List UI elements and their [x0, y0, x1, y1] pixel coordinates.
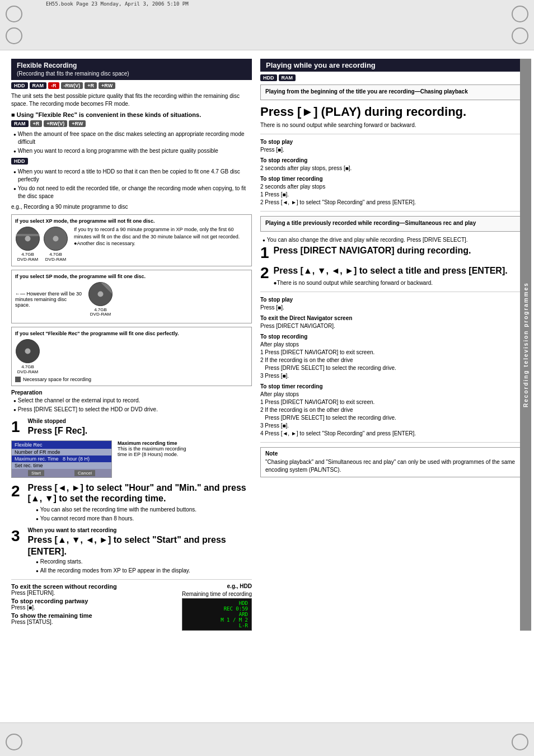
step3-bullet2: All the recording modes from XP to EP ap… [34, 567, 252, 575]
badge-ram-2: RAM [11, 120, 29, 127]
stop-timer-label-2: To stop timer recording [260, 383, 523, 389]
ns-box-icon [15, 377, 21, 382]
bottom-section: To exit the screen without recording Pre… [11, 579, 252, 631]
svg-point-8 [25, 349, 31, 354]
stop-rec-after: After play stops [260, 341, 523, 349]
right-step2-bullet: ●There is no sound output while searchin… [274, 279, 523, 287]
badge-plus-r-2: +R [30, 120, 43, 127]
preparation-section: Preparation Select the channel or the ex… [11, 389, 252, 414]
max-rec-note: Maximum recording time This is the maxim… [118, 440, 190, 457]
disc-2-label: 4.7GBDVD-RAM [43, 252, 68, 262]
svg-point-1 [25, 236, 31, 242]
using-heading-text: ■ Using "Flexible Rec" is convenient in … [11, 111, 201, 118]
stop-timer-label-1: To stop timer recording [260, 176, 523, 182]
frs-footer: Start Cancel [12, 469, 111, 477]
diagram-sp-title: If you select SP mode, the programme wil… [15, 274, 248, 279]
stop-timer-text3: 2 Press [◄, ►] to select "Stop Recording… [260, 199, 523, 206]
simultaneous-box: Playing a title previously recorded whil… [260, 216, 523, 232]
diagram-sp-content: ←— However there will be 30 minutes rema… [15, 281, 248, 318]
right-step2: 2 Press [▲, ▼, ◄, ►] to select a title a… [260, 265, 523, 287]
step3-label: When you want to start recording [28, 527, 252, 533]
diagram-flex: If you select "Flexible Rec" the program… [11, 327, 252, 386]
frs-row3: Set rec. time [12, 462, 111, 469]
disc-icon-flex [15, 339, 40, 364]
disc-icon-2 [43, 226, 68, 251]
divider-2 [260, 211, 523, 212]
stop-play-text-2: Press [■]. [260, 304, 523, 312]
divider-4 [260, 442, 523, 443]
right-badge-ram: RAM [279, 74, 296, 81]
stop-timer-text2: 1 Press [■]. [260, 191, 523, 199]
stop-rec-steps: 1 Press [DIRECT NAVIGATOR] to exit scree… [260, 349, 523, 380]
corner-decoration-br [512, 27, 528, 44]
bullet-edit: You do not need to edit the recorded tit… [11, 185, 252, 200]
stop-rec-text: Press [■]. [11, 604, 117, 611]
step2-content: Press [◄, ►] to select "Hour" and "Min."… [28, 482, 252, 506]
flexible-recording-subtitle: (Recording that fits the remaining disc … [17, 71, 129, 77]
badge-r: -R [48, 82, 59, 89]
diagram-xp-text2: ●Another disc is necessary. [74, 241, 135, 246]
using-heading: ■ Using "Flexible Rec" is convenient in … [11, 111, 252, 118]
show-remaining-text: Press [STATUS]. [11, 619, 117, 625]
frs-btn-start[interactable]: Start [28, 470, 44, 476]
diagram-xp-text: If you try to record a 90 minute program… [74, 226, 248, 247]
flexible-rec-screen: Flexible Rec Number of FR mode Maximum r… [11, 440, 112, 478]
playing-while-title: Playing while you are recording [266, 61, 376, 69]
press-play-text: Press [►] (PLAY) during recording. [260, 105, 523, 119]
simultaneous-bullet1: You can also change the drive and play w… [260, 236, 523, 244]
right-step1-content: Press [DIRECT NAVIGATOR] during recordin… [274, 245, 523, 257]
left-column: Flexible Recording (Recording that fits … [11, 59, 252, 631]
stop-play-label-1: To stop play [260, 139, 523, 145]
diagram-xp-title: If you select XP mode, the programme wil… [15, 218, 248, 224]
disc-sp: 4.7GBDVD-RAM [88, 281, 113, 318]
show-remaining-label: To show the remaining time [11, 612, 117, 619]
corner-decoration-tr [512, 6, 528, 22]
sidebar-label: Recording television programmes [520, 59, 531, 631]
badge-plus-r: +R [85, 82, 97, 89]
stop-timer-after: After play stops [260, 391, 523, 398]
disc-sp-label: 4.7GBDVD-RAM [88, 308, 113, 318]
prep-bullet1: Select the channel or the external input… [11, 397, 252, 405]
badge-plus-rw-2: +RW [69, 120, 86, 127]
bullet-free-space: When the amount of free space on the dis… [11, 130, 252, 146]
bottom-bar [0, 722, 534, 756]
max-rec-sub: This is the maximum recording time in EP… [118, 446, 186, 457]
right-step2-text: Press [▲, ▼, ◄, ►] to select a title and… [274, 265, 523, 277]
disc-flex: 4.7GBDVD-RAM [15, 339, 40, 375]
step2-press: Press [◄, ►] to select "Hour" and "Min."… [28, 482, 252, 504]
hdd-display: HDDREC 0:59ARDM 1 / M 2L-R [182, 598, 252, 631]
disc-2: 4.7GBDVD-RAM [43, 226, 68, 262]
stop-rec-label-2: To stop recording [260, 334, 523, 340]
frs-row1: Number of FR mode [12, 449, 111, 456]
right-step2-content: Press [▲, ▼, ◄, ►] to select a title and… [274, 265, 523, 287]
right-badge-hdd: HDD [260, 74, 277, 81]
badge-hdd-2: HDD [11, 158, 28, 165]
badge-hdd: HDD [11, 82, 28, 89]
step1-press: Press [F Rec]. [28, 425, 88, 436]
exit-text: Press [RETURN]. [11, 590, 117, 596]
frs-btn-cancel[interactable]: Cancel [74, 470, 95, 476]
diagram-xp-text1: If you try to record a 90 minute program… [74, 227, 240, 240]
eg-text: e.g., Recording a 90 minute programme to… [11, 203, 252, 211]
step1-number: 1 [11, 418, 20, 436]
badge-rw-v: -RW(V) [61, 82, 83, 89]
exit-label-text: To exit the screen without recording [11, 583, 117, 590]
step3-bullet1: Recording starts. [34, 558, 252, 566]
bottom-corner-l [6, 734, 22, 750]
disc-flex-label: 4.7GBDVD-RAM [15, 365, 40, 375]
step1-label: While stopped [28, 418, 88, 424]
flexible-recording-header: Flexible Recording (Recording that fits … [11, 59, 252, 80]
step2-container: 2 Press [◄, ►] to select "Hour" and "Min… [11, 482, 252, 523]
eg-hdd-label: e.g., HDD [182, 583, 252, 589]
using-badges: RAM +R +RW(V) +RW [11, 120, 252, 127]
badge-plus-rw: +RW [99, 82, 115, 89]
exit-label: To exit the screen without recording [11, 583, 117, 590]
bottom-left-texts: To exit the screen without recording Pre… [11, 583, 117, 625]
right-step2-num: 2 [260, 265, 269, 281]
flexible-recording-title: Flexible Recording [17, 62, 77, 69]
step1-container: 1 While stopped Press [F Rec]. Flexible … [11, 418, 252, 478]
step1-content: While stopped Press [F Rec]. [28, 418, 88, 438]
diagram-flex-content: 4.7GBDVD-RAM [15, 339, 248, 375]
main-content: Flexible Recording (Recording that fits … [0, 50, 534, 639]
disc-1-label: 4.7GBDVD-RAM [15, 252, 40, 262]
